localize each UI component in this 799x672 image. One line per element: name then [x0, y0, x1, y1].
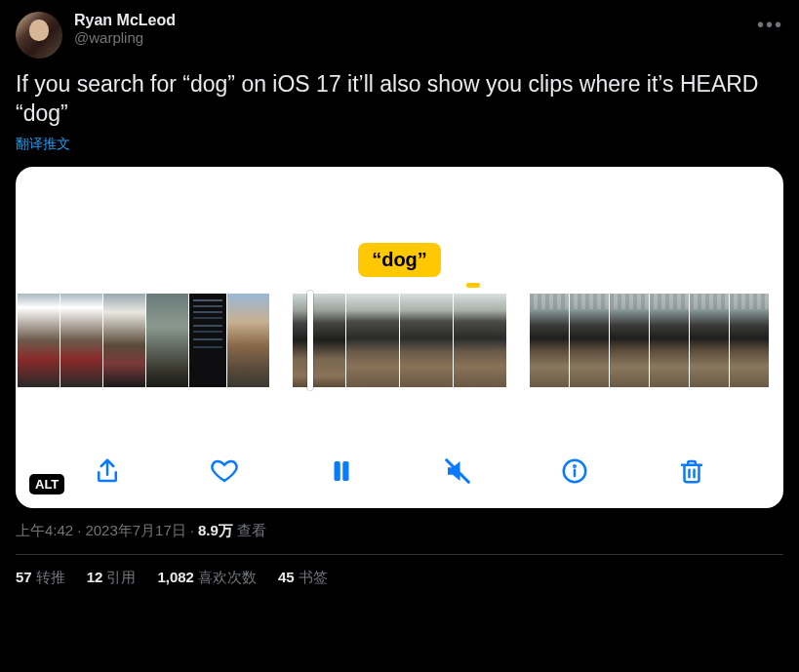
clip-2[interactable]: [293, 294, 506, 387]
thumbnail: [650, 294, 689, 387]
thumbnail: [690, 294, 729, 387]
thumbnail: [454, 294, 506, 387]
more-icon[interactable]: •••: [757, 14, 783, 36]
playhead[interactable]: [307, 291, 313, 390]
quotes-stat[interactable]: 12引用: [87, 569, 137, 587]
thumbnail: [227, 294, 269, 387]
media-toolbar: [16, 452, 783, 491]
share-icon[interactable]: [88, 452, 127, 491]
quotes-count: 12: [87, 569, 103, 585]
tweet-container: Ryan McLeod @warpling ••• If you search …: [0, 0, 799, 599]
handle: @warpling: [74, 29, 176, 46]
thumbnail: [18, 294, 60, 387]
tweet-date[interactable]: 2023年7月17日: [85, 522, 185, 538]
quotes-label: 引用: [106, 569, 136, 585]
trash-icon[interactable]: [672, 452, 711, 491]
svg-point-5: [574, 465, 576, 467]
retweets-label: 转推: [36, 569, 65, 585]
thumbnail: [530, 294, 569, 387]
filmstrip[interactable]: [16, 294, 783, 387]
tweet-text: If you search for “dog” on iOS 17 it’ll …: [16, 70, 783, 129]
info-icon[interactable]: [555, 452, 594, 491]
thumbnail: [293, 294, 345, 387]
bookmarks-stat[interactable]: 45书签: [278, 569, 328, 587]
tweet-header: Ryan McLeod @warpling •••: [16, 12, 783, 59]
bookmarks-label: 书签: [299, 569, 328, 585]
views-label: 查看: [237, 522, 266, 538]
display-name: Ryan McLeod: [74, 12, 176, 29]
thumbnail: [610, 294, 649, 387]
thumbnail: [60, 294, 102, 387]
caption-tick: [466, 283, 480, 288]
stats-row: 57转推 12引用 1,082喜欢次数 45书签: [16, 555, 783, 587]
clip-1[interactable]: [18, 294, 269, 387]
thumbnail: [146, 294, 188, 387]
views-count: 8.9万: [198, 522, 233, 538]
caption-row: “dog”: [16, 243, 783, 277]
svg-rect-0: [334, 461, 340, 481]
thumbnail: [570, 294, 609, 387]
likes-label: 喜欢次数: [198, 569, 257, 585]
bookmarks-count: 45: [278, 569, 295, 585]
alt-badge[interactable]: ALT: [29, 474, 64, 494]
mute-icon[interactable]: [438, 452, 477, 491]
avatar[interactable]: [16, 12, 62, 59]
likes-stat[interactable]: 1,082喜欢次数: [157, 569, 257, 587]
retweets-count: 57: [16, 569, 32, 585]
meta-row: 上午4:42·2023年7月17日·8.9万 查看: [16, 522, 783, 555]
thumbnail: [346, 294, 399, 387]
thumbnail: [189, 294, 226, 387]
clip-3[interactable]: [530, 294, 769, 387]
thumbnail: [730, 294, 769, 387]
likes-count: 1,082: [157, 569, 194, 585]
caption-bubble: “dog”: [358, 243, 441, 277]
svg-rect-1: [342, 461, 348, 481]
media-card[interactable]: “dog”: [16, 167, 783, 508]
translate-link[interactable]: 翻译推文: [16, 136, 70, 153]
retweets-stat[interactable]: 57转推: [16, 569, 65, 587]
author-block[interactable]: Ryan McLeod @warpling: [74, 12, 176, 46]
thumbnail: [103, 294, 145, 387]
thumbnail: [400, 294, 453, 387]
tweet-time[interactable]: 上午4:42: [16, 522, 73, 538]
heart-icon[interactable]: [205, 452, 244, 491]
pause-icon[interactable]: [322, 452, 361, 491]
